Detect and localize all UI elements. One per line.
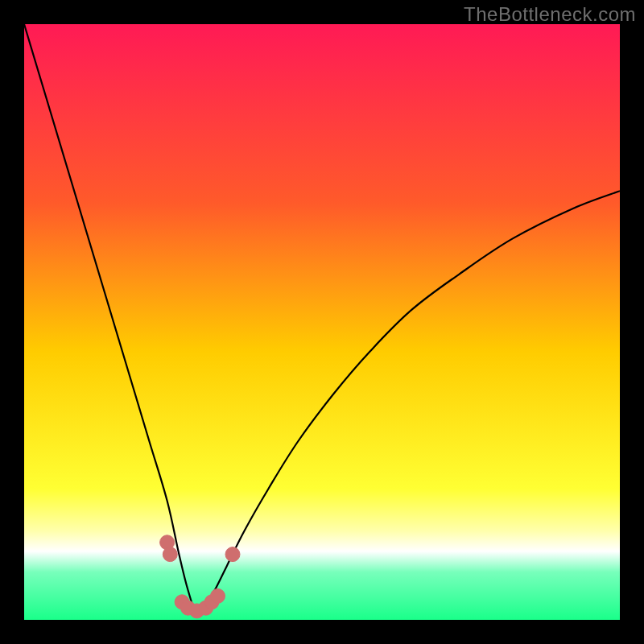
curve-marker [211,588,225,603]
plot-area [24,24,620,620]
watermark-text: TheBottleneck.com [464,3,636,26]
curve-marker [163,547,177,562]
chart-frame: TheBottleneck.com [0,0,644,644]
chart-svg [24,24,620,620]
curve-marker [225,547,240,562]
